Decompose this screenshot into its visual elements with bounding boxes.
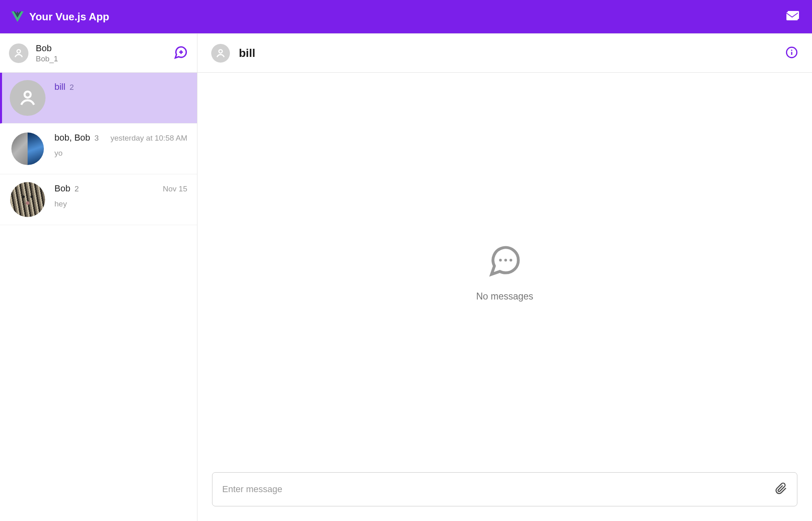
user-handle: Bob_1 xyxy=(36,54,58,63)
attach-button[interactable] xyxy=(775,482,787,496)
avatar xyxy=(10,131,45,167)
new-chat-icon xyxy=(173,45,188,60)
split-avatar-icon xyxy=(11,132,44,165)
paperclip-icon xyxy=(775,482,787,495)
person-icon xyxy=(13,48,24,59)
conversation-count: 2 xyxy=(69,83,74,91)
chat-title: bill xyxy=(239,47,255,60)
sidebar: Bob Bob_1 xyxy=(0,34,197,521)
app-header: Your Vue.js App xyxy=(0,0,812,33)
app-body: Bob Bob_1 xyxy=(0,33,812,521)
message-input[interactable] xyxy=(222,484,775,495)
conversation-title: bob, Bob xyxy=(54,132,90,143)
svg-point-15 xyxy=(509,259,512,262)
conversation-time: Nov 15 xyxy=(163,185,187,193)
person-icon xyxy=(17,88,38,108)
cat-avatar-icon xyxy=(10,182,45,217)
app-title: Your Vue.js App xyxy=(29,11,109,23)
current-user: Bob Bob_1 xyxy=(9,43,58,63)
conversation-preview: yo xyxy=(54,149,187,158)
composer-box xyxy=(212,472,797,506)
svg-rect-4 xyxy=(786,12,798,20)
svg-point-9 xyxy=(219,50,222,53)
chat-info-button[interactable] xyxy=(785,46,798,61)
svg-point-11 xyxy=(791,50,792,51)
avatar xyxy=(9,43,28,63)
chat-body-empty: No messages xyxy=(197,73,812,472)
conversation-item-bob[interactable]: Bob 2 Nov 15 hey xyxy=(0,174,197,225)
composer xyxy=(197,472,812,521)
mail-button[interactable] xyxy=(786,10,801,24)
conversation-preview: hey xyxy=(54,200,187,208)
svg-point-5 xyxy=(17,50,20,53)
chat-header: bill xyxy=(197,34,812,73)
no-messages-text: No messages xyxy=(476,291,533,302)
mail-icon xyxy=(786,10,801,22)
conversation-title: Bob xyxy=(54,183,70,193)
avatar xyxy=(211,44,230,63)
conversation-title: bill xyxy=(54,82,65,92)
app-header-left: Your Vue.js App xyxy=(11,11,109,23)
svg-point-13 xyxy=(499,259,502,262)
avatar xyxy=(10,182,45,217)
conversation-count: 2 xyxy=(75,185,79,193)
vue-logo-icon xyxy=(11,11,24,23)
sidebar-header: Bob Bob_1 xyxy=(0,34,197,73)
new-chat-button[interactable] xyxy=(173,45,188,61)
conversation-time: yesterday at 10:58 AM xyxy=(110,134,187,143)
svg-point-8 xyxy=(25,91,31,98)
conversation-item-bill[interactable]: bill 2 xyxy=(0,73,197,124)
conversation-count: 3 xyxy=(95,134,99,142)
avatar xyxy=(10,80,45,116)
info-icon xyxy=(785,46,798,59)
conversation-list: bill 2 bob, Bob xyxy=(0,73,197,521)
person-icon xyxy=(215,48,226,59)
conversation-item-bob-bob[interactable]: bob, Bob 3 yesterday at 10:58 AM yo xyxy=(0,124,197,174)
no-messages-icon xyxy=(487,243,523,279)
user-name: Bob xyxy=(36,43,58,54)
chat-panel: bill No messages xyxy=(197,34,812,521)
svg-point-14 xyxy=(504,259,507,262)
